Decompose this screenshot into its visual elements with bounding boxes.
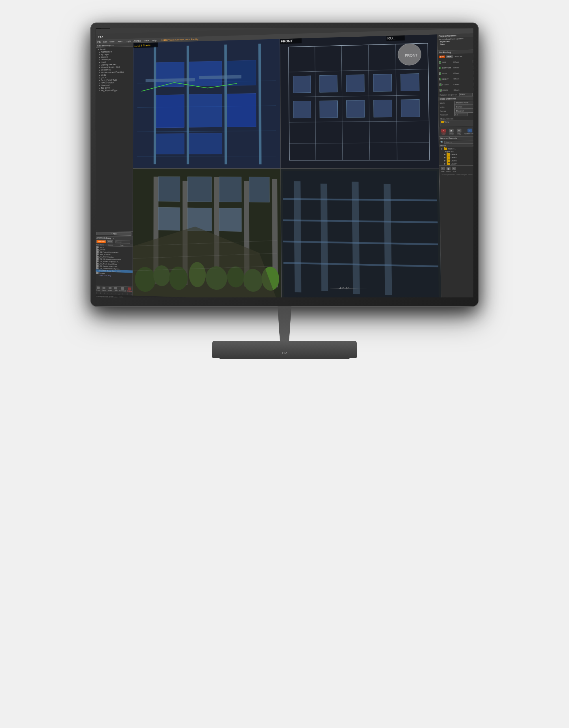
add-label: + Add — [111, 233, 116, 235]
format-label: Format — [440, 110, 453, 112]
download-btn[interactable]: Download — [119, 287, 126, 292]
preset-row-level1[interactable]: ▶ Level 1 — [439, 153, 473, 156]
update-panel: Items in bold have updates: Style Sets T… — [437, 36, 473, 50]
bottom-checkbox[interactable]: ✓ — [439, 67, 441, 69]
menu-logic[interactable]: Logic — [126, 40, 131, 42]
folder-yellow-icon — [441, 121, 444, 123]
add-preset-btn[interactable]: + Add — [441, 167, 445, 172]
import-icon — [97, 286, 100, 289]
top-checkbox[interactable]: ✓ — [439, 61, 441, 64]
icon-10: □ — [131, 293, 132, 295]
preset-row-level2[interactable]: ▶ Level 2 — [439, 156, 473, 159]
left-checkbox[interactable]: ✓ — [439, 72, 441, 75]
front-checkbox[interactable]: ✓ — [439, 83, 441, 86]
svg-rect-41 — [401, 74, 419, 91]
selection-btn[interactable]: Selection — [96, 240, 106, 243]
left-label: LEFT — [442, 72, 452, 75]
presets-search-input[interactable] — [444, 140, 473, 144]
filter-btn[interactable]: Filter — [107, 240, 113, 243]
precision-input[interactable] — [454, 113, 468, 116]
copy-icon: ⧉ — [457, 129, 462, 133]
units-select[interactable]: Inches — [454, 105, 473, 109]
copy-action-btn[interactable]: ⧉ Copy — [455, 128, 462, 135]
tree-label: Revit_Function — [101, 81, 114, 84]
status-text: GLWidget width: 2406 height: 1854 — [96, 295, 123, 297]
measurements-list: Measurements Temp — [440, 117, 473, 126]
project-updates-title: Project Updates — [439, 34, 457, 37]
menu-help[interactable]: Help — [152, 39, 157, 42]
clear-label: Clear — [442, 133, 446, 135]
format-select[interactable]: Decimal — [454, 109, 473, 113]
delete-icon — [128, 287, 131, 290]
svg-rect-22 — [189, 133, 222, 154]
menu-object[interactable]: Object — [117, 40, 123, 43]
preset-row-level4[interactable]: ▶ Level 4 — [439, 162, 473, 165]
svg-rect-73 — [283, 171, 439, 297]
svg-rect-43 — [320, 100, 338, 118]
right-label: RIGHT — [442, 78, 453, 80]
item-type: DWG — [117, 270, 120, 272]
rotation-row: Rotation (degrees): — [438, 92, 473, 97]
front-offset-input[interactable] — [473, 82, 473, 86]
import-btn[interactable]: Import — [96, 286, 100, 291]
edit-icon: ✎ — [452, 167, 456, 170]
tree-label: Interiors — [101, 56, 108, 58]
bottom-offset-input[interactable] — [473, 66, 473, 69]
item-name: 1-111-1016.dwg — [98, 275, 111, 277]
svg-rect-12 — [187, 46, 189, 164]
add-button[interactable]: + Add — [96, 232, 131, 236]
clear-btn[interactable]: ✕ Clear — [440, 128, 447, 135]
tree-item-tag-physical[interactable]: ▶ Tag_Physical Type — [96, 89, 132, 92]
svg-rect-16 — [189, 61, 222, 86]
col-name: Name — [440, 145, 473, 147]
back-checkbox[interactable]: ✓ — [440, 89, 442, 92]
sectioning-section: Sectioning OFF HIDE Offset All: Set Box — [438, 49, 473, 97]
label-btn[interactable]: Label — [114, 287, 117, 292]
svg-rect-56 — [219, 177, 241, 202]
tree-label: Result — [100, 48, 106, 50]
preset-row-level3[interactable]: ▶ Level 3 — [439, 159, 473, 162]
toggle-off-btn[interactable]: OFF — [439, 55, 445, 58]
col-description: Description — [473, 144, 473, 146]
right-checkbox[interactable]: ✓ — [439, 78, 441, 81]
preset-row-701814[interactable]: ▼ 701814... — [439, 147, 473, 150]
left-offset-input[interactable] — [473, 71, 473, 75]
menu-archive[interactable]: Archive — [133, 39, 141, 42]
svg-text:FRONT: FRONT — [281, 39, 293, 43]
right-offset-input[interactable] — [473, 77, 473, 80]
style-sets-label: Style Sets — [440, 40, 450, 42]
menu-view[interactable]: View — [109, 40, 114, 43]
group-btn-label: Group — [446, 170, 451, 172]
edit-preset-btn[interactable]: ✎ Edit — [452, 167, 456, 172]
menu-file[interactable]: File — [97, 40, 101, 43]
svg-rect-19 — [189, 94, 222, 127]
preset-row-basicma[interactable]: Basic Ma... — [439, 150, 473, 153]
back-offset-input[interactable] — [473, 88, 473, 92]
tree-label: Mechanical — [101, 69, 111, 71]
group-action-btn[interactable]: ▣ Group — [448, 128, 455, 135]
item-name: _VGOD — [99, 249, 105, 251]
mode-select[interactable]: Point to Point — [454, 101, 473, 105]
tree-label: Model — [101, 74, 106, 76]
folder-btn[interactable]: Folder — [102, 287, 106, 291]
action-toolbar: ✕ Clear ▣ Group ⧉ Copy — [439, 127, 473, 137]
preset-name-701814: 701814... — [448, 148, 456, 150]
tree-arrow: ▶ — [99, 59, 101, 61]
archive-search-input[interactable] — [116, 240, 130, 243]
menu-track[interactable]: Track — [144, 39, 149, 42]
group-icon: ▣ — [449, 129, 454, 133]
rotation-input[interactable] — [459, 93, 473, 96]
format-row: Format Decimal — [440, 109, 473, 113]
group-preset-btn[interactable]: ▣ Group — [446, 167, 451, 172]
menu-edit[interactable]: Edit — [103, 40, 107, 43]
measurements-section: Measurements Mode Point to Point — [438, 96, 473, 127]
delete-archive-btn[interactable]: Delete — [127, 287, 132, 292]
update-status-btn[interactable]: ↑ Update Status — [463, 128, 473, 135]
svg-rect-74 — [294, 181, 301, 293]
tree-arrow: ▶ — [99, 84, 100, 86]
assign-btn[interactable]: Assign — [108, 287, 112, 291]
top-offset-input[interactable] — [473, 60, 473, 63]
tree-arrow: ▶ — [99, 64, 100, 66]
preset-folder-level4: Level 4 — [447, 163, 473, 165]
toggle-hide-btn[interactable]: HIDE — [446, 55, 453, 58]
